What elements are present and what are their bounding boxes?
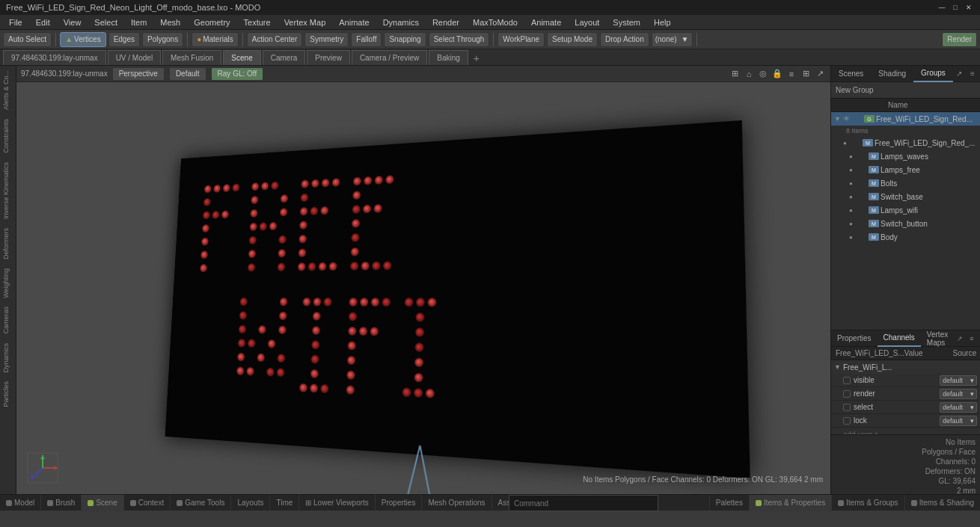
symmetry-button[interactable]: Symmetry [304,32,349,47]
channel-expand-icon[interactable]: ▼ [834,363,842,371]
menu-select[interactable]: Select [88,16,123,28]
menu-texture[interactable]: Texture [238,16,277,28]
status-time[interactable]: Time [270,495,299,511]
menu-layout[interactable]: Layout [569,16,605,28]
bp-tab-vertex-maps[interactable]: Vertex Maps [921,330,955,347]
tab-camera[interactable]: Camera [263,50,306,65]
materials-button[interactable]: ●Materials [192,32,239,47]
sidebar-alerts[interactable]: Alerts & Co... [0,66,16,114]
status-tab-context[interactable]: Context [124,495,171,511]
tab-mesh-fusion[interactable]: Mesh Fusion [162,50,221,65]
status-items-shading[interactable]: Items & Shading [904,495,980,511]
snapping-button[interactable]: Snapping [384,32,426,47]
setup-mode-button[interactable]: Setup Mode [547,32,598,47]
bp-tab-channels[interactable]: Channels [878,330,921,347]
viewport-arrow-icon[interactable]: ↗ [814,68,826,80]
sidebar-weighting[interactable]: Weighting [0,264,16,303]
tree-item-7[interactable]: ● M Body [831,230,980,244]
status-layouts[interactable]: Layouts [231,495,270,511]
viewport-render-icon[interactable]: ◎ [757,68,769,80]
visibility-icon-7[interactable]: ● [849,234,858,241]
workplane-button[interactable]: WorkPlane [497,32,545,47]
sidebar-dynamics[interactable]: Dynamics [0,339,16,377]
viewport-perspective-btn[interactable]: Perspective [112,67,165,81]
sidebar-inverse-kinematics[interactable]: Inverse Kinematics [0,158,16,224]
status-properties[interactable]: Properties [376,495,423,511]
tab-uv-model[interactable]: UV / Model [108,50,161,65]
new-group-label[interactable]: New Group [831,82,980,99]
visibility-icon-1[interactable]: ● [849,153,858,160]
bp-expand-icon[interactable]: ↗ [955,333,965,344]
sidebar-particles[interactable]: Particles [0,377,16,412]
channel-value-visible[interactable]: default ▾ [940,375,977,386]
maximize-button[interactable]: □ [950,2,961,13]
panel-tab-groups[interactable]: Groups [913,66,953,82]
render-button[interactable]: Render [942,32,977,47]
menu-animate[interactable]: Animate [333,16,375,28]
menu-geometry[interactable]: Geometry [188,16,236,28]
tab-preview[interactable]: Preview [307,50,350,65]
dropdown-none[interactable]: (none) ▼ [652,32,693,47]
viewport-raygl-btn[interactable]: Ray GL: Off [211,67,264,81]
menu-maxtomodo[interactable]: MaxToModo [467,16,524,28]
status-palettes[interactable]: Palettes [709,495,749,511]
close-button[interactable]: ✕ [964,2,974,13]
expand-icon[interactable]: ▼ [834,115,842,123]
status-tab-brush[interactable]: Brush [41,495,82,511]
visibility-icon-5[interactable]: ● [849,207,858,214]
tab-scene[interactable]: Scene [223,50,260,65]
status-mesh-operations[interactable]: Mesh Operations [422,495,491,511]
menu-animate2[interactable]: Animate [525,16,567,28]
drop-action-button[interactable]: Drop Action [600,32,649,47]
bp-tab-properties[interactable]: Properties [831,330,878,347]
visibility-icon-0[interactable]: ● [843,140,852,147]
channel-toggle-visible[interactable] [843,377,851,384]
panel-settings-icon[interactable]: ≡ [967,68,979,80]
viewport-settings-icon[interactable]: ≡ [785,68,797,80]
tree-item-4[interactable]: ● M Switch_base [831,190,980,203]
panel-tab-shading[interactable]: Shading [871,66,913,82]
status-items-groups[interactable]: Items & Groups [831,495,904,511]
visibility-icon-3[interactable]: ● [849,180,858,187]
tree-item-6[interactable]: ● M Switch_button [831,217,980,230]
tree-item-0[interactable]: ● M Free_WiFi_LED_Sign_Red_... [831,136,980,150]
sidebar-constraints[interactable]: Constraints [0,114,16,158]
auto-select-button[interactable]: Auto Select [3,32,52,47]
status-tab-scene[interactable]: Scene [82,495,123,511]
edges-button[interactable]: Edges [108,32,140,47]
status-items-properties[interactable]: Items & Properties [749,495,831,511]
menu-help[interactable]: Help [648,16,677,28]
add-channel-button[interactable]: add user c... [831,428,980,434]
window-controls[interactable]: — □ ✕ [937,2,974,13]
tree-item-1[interactable]: ● M Lamps_waves [831,150,980,163]
viewport-sync-icon[interactable]: ⊞ [729,68,741,80]
vertices-button[interactable]: ▲Vertices [60,32,105,47]
sidebar-deformers[interactable]: Deformers [0,224,16,264]
falloff-button[interactable]: Falloff [351,32,382,47]
visibility-icon-4[interactable]: ● [849,194,858,200]
tree-item-root[interactable]: ▼ 👁 G Free_WiFi_LED_Sign_Red... [831,112,980,126]
channel-group-root[interactable]: ▼ Free_WiFi_L... [831,360,980,374]
menu-mesh[interactable]: Mesh [154,16,186,28]
viewport-lock-icon[interactable]: 🔒 [771,68,783,80]
menu-edit[interactable]: Edit [30,16,56,28]
command-input[interactable] [509,495,658,511]
visibility-icon-2[interactable]: ● [849,167,858,173]
tree-item-3[interactable]: ● M Bolts [831,176,980,190]
menu-vertex-map[interactable]: Vertex Map [278,16,332,28]
viewport-home-icon[interactable]: ⌂ [743,68,755,80]
viewport-default-btn[interactable]: Default [169,67,206,81]
panel-expand-icon[interactable]: ↗ [953,68,965,80]
status-lower-viewports[interactable]: ⊞ Lower Viewports [299,495,376,511]
tree-item-5[interactable]: ● M Lamps_wifi [831,203,980,217]
visibility-icon-6[interactable]: ● [849,221,858,227]
status-tab-model[interactable]: Model [0,495,41,511]
select-through-button[interactable]: Select Through [429,32,490,47]
tab-add-button[interactable]: + [470,52,483,65]
menu-render[interactable]: Render [426,16,465,28]
channel-toggle-select[interactable] [843,404,851,411]
tab-camera-preview[interactable]: Camera / Preview [352,50,427,65]
tab-baking[interactable]: Baking [429,50,468,65]
polygons-button[interactable]: Polygons [142,32,183,47]
sidebar-cameras[interactable]: Cameras [0,302,16,339]
